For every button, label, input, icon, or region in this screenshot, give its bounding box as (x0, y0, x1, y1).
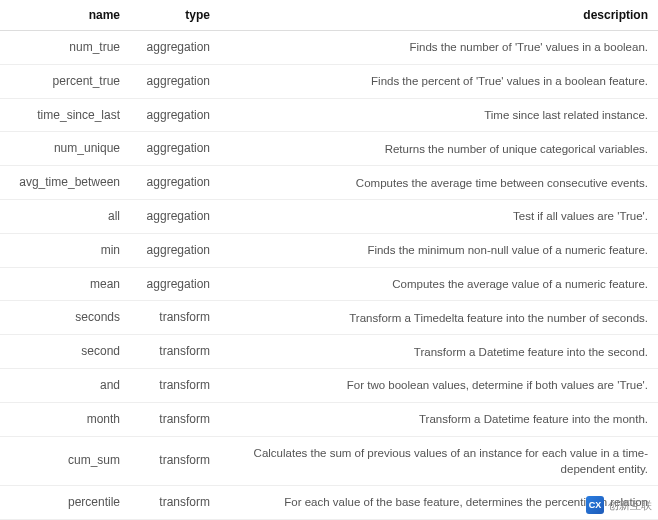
cell-type: transform (130, 368, 220, 402)
cell-description: Computes the average value of a numeric … (220, 267, 658, 301)
cell-description: Calculates the sum of previous values of… (220, 436, 658, 485)
cell-description: Computes the average time between consec… (220, 166, 658, 200)
table-row: meanaggregationComputes the average valu… (0, 267, 658, 301)
cell-description: Returns the number of unique categorical… (220, 132, 658, 166)
cell-type: aggregation (130, 166, 220, 200)
cell-type: aggregation (130, 267, 220, 301)
cell-name: percent_true (0, 64, 130, 98)
table-row: allaggregationTest if all values are 'Tr… (0, 199, 658, 233)
table-row: percentiletransformFor each value of the… (0, 485, 658, 519)
cell-name: avg_time_between (0, 166, 130, 200)
cell-name: month (0, 402, 130, 436)
table-row: andtransformFor two boolean values, dete… (0, 368, 658, 402)
table-row: monthtransformTransform a Datetime featu… (0, 402, 658, 436)
cell-name: num_true (0, 31, 130, 65)
cell-description: Transform a Timedelta feature into the n… (220, 301, 658, 335)
header-name: name (0, 0, 130, 31)
cell-type: transform (130, 402, 220, 436)
cell-type: aggregation (130, 31, 220, 65)
header-type: type (130, 0, 220, 31)
cell-name: all (0, 199, 130, 233)
cell-description: For two boolean values, determine if bot… (220, 368, 658, 402)
table-row: percent_trueaggregationFinds the percent… (0, 64, 658, 98)
cell-type: transform (130, 301, 220, 335)
cell-name: mean (0, 267, 130, 301)
header-description: description (220, 0, 658, 31)
cell-description: Transform a Datetime feature into the mo… (220, 402, 658, 436)
table-row: num_uniqueaggregationReturns the number … (0, 132, 658, 166)
cell-name: min (0, 233, 130, 267)
cell-type: transform (130, 436, 220, 485)
cell-name: num_unique (0, 132, 130, 166)
cell-name: second (0, 335, 130, 369)
table-header-row: name type description (0, 0, 658, 31)
table-row: secondtransformTransform a Datetime feat… (0, 335, 658, 369)
cell-name: seconds (0, 301, 130, 335)
cell-description: Transform a Datetime feature into the se… (220, 335, 658, 369)
table-row: cum_sumtransformCalculates the sum of pr… (0, 436, 658, 485)
table-row: time_since_lastaggregationTime since las… (0, 98, 658, 132)
cell-description: For each value of the base feature, dete… (220, 485, 658, 519)
cell-type: aggregation (130, 199, 220, 233)
cell-name: percentile (0, 485, 130, 519)
cell-description: Finds the percent of 'True' values in a … (220, 64, 658, 98)
cell-name: time_since_last (0, 98, 130, 132)
cell-name: and (0, 368, 130, 402)
cell-name: cum_sum (0, 436, 130, 485)
table-row: minaggregationFinds the minimum non-null… (0, 233, 658, 267)
cell-description: Finds the number of 'True' values in a b… (220, 31, 658, 65)
table-row: secondstransformTransform a Timedelta fe… (0, 301, 658, 335)
feature-table: name type description num_trueaggregatio… (0, 0, 658, 520)
cell-type: aggregation (130, 132, 220, 166)
cell-type: aggregation (130, 233, 220, 267)
cell-description: Test if all values are 'True'. (220, 199, 658, 233)
cell-type: transform (130, 485, 220, 519)
cell-description: Finds the minimum non-null value of a nu… (220, 233, 658, 267)
cell-type: aggregation (130, 98, 220, 132)
table-row: avg_time_betweenaggregationComputes the … (0, 166, 658, 200)
cell-description: Time since last related instance. (220, 98, 658, 132)
cell-type: aggregation (130, 64, 220, 98)
table-row: num_trueaggregationFinds the number of '… (0, 31, 658, 65)
cell-type: transform (130, 335, 220, 369)
